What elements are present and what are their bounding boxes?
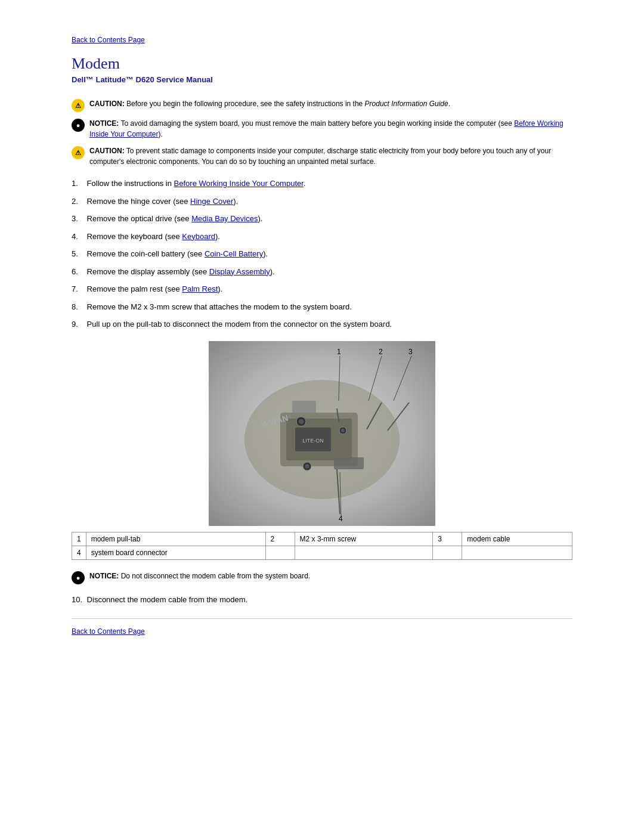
modem-diagram-image: LITE-ON WWAN 1	[209, 341, 435, 526]
product-subtitle: Dell™ Latitude™ D620 Service Manual	[72, 75, 572, 84]
page-header: Modem Dell™ Latitude™ D620 Service Manua…	[72, 55, 572, 84]
svg-text:4: 4	[339, 515, 343, 523]
step-3: 3. Remove the optical drive (see Media B…	[72, 213, 572, 225]
page-divider	[72, 618, 572, 619]
svg-point-10	[341, 429, 345, 432]
caution-icon-1: ⚠	[72, 99, 85, 112]
table-cell	[265, 546, 295, 559]
table-cell: modem pull-tab	[86, 532, 265, 546]
step-2: 2. Remove the hinge cover (see Hinge Cov…	[72, 196, 572, 208]
table-cell: 1	[72, 532, 86, 546]
table-row: 4 system board connector	[72, 546, 572, 559]
table-cell	[433, 546, 462, 559]
keyboard-link[interactable]: Keyboard	[182, 232, 215, 241]
table-row: 1 modem pull-tab 2 M2 x 3-mm screw 3 mod…	[72, 532, 572, 546]
step-4: 4. Remove the keyboard (see Keyboard).	[72, 231, 572, 243]
step-1: 1. Follow the instructions in Before Wor…	[72, 178, 572, 190]
svg-point-12	[305, 464, 309, 468]
svg-rect-13	[292, 401, 316, 413]
svg-text:3: 3	[408, 348, 413, 356]
back-link-bottom[interactable]: Back to Contents Page	[72, 627, 572, 636]
svg-point-8	[299, 419, 304, 424]
modem-diagram: LITE-ON WWAN 1	[72, 341, 572, 526]
table-cell: modem cable	[462, 532, 572, 546]
notice-bottom: ● NOTICE: Do not disconnect the modem ca…	[72, 571, 572, 584]
table-cell: system board connector	[86, 546, 265, 559]
palm-rest-link[interactable]: Palm Rest	[182, 284, 218, 293]
page-title: Modem	[72, 55, 572, 73]
table-cell: M2 x 3-mm screw	[295, 532, 433, 546]
step-10: 10. Disconnect the modem cable from the …	[72, 595, 572, 604]
table-cell: 2	[265, 532, 295, 546]
svg-text:1: 1	[337, 348, 341, 356]
step-8: 8. Remove the M2 x 3-mm screw that attac…	[72, 301, 572, 313]
media-bay-link[interactable]: Media Bay Devices	[191, 214, 258, 223]
display-assembly-link[interactable]: Display Assembly	[209, 267, 270, 276]
table-cell	[462, 546, 572, 559]
notice-1: ● NOTICE: To avoid damaging the system b…	[72, 118, 572, 140]
hinge-cover-link[interactable]: Hinge Cover	[190, 197, 233, 206]
notice-bottom-text: NOTICE: Do not disconnect the modem cabl…	[89, 571, 310, 581]
steps-list: 1. Follow the instructions in Before Wor…	[72, 178, 572, 330]
before-working-link-1[interactable]: Before Working Inside Your Computer	[89, 119, 564, 138]
step-6: 6. Remove the display assembly (see Disp…	[72, 266, 572, 278]
notice-1-text: NOTICE: To avoid damaging the system boa…	[89, 118, 572, 140]
table-cell: 3	[433, 532, 462, 546]
caution-1-text: CAUTION: Before you begin the following …	[89, 98, 450, 109]
table-cell	[295, 546, 433, 559]
caution-2: ⚠ CAUTION: To prevent static damage to c…	[72, 145, 572, 167]
svg-rect-14	[334, 457, 364, 469]
caution-1: ⚠ CAUTION: Before you begin the followin…	[72, 98, 572, 112]
notice-icon-2: ●	[72, 571, 85, 584]
step-9: 9. Pull up on the pull-tab to disconnect…	[72, 318, 572, 330]
coin-cell-link[interactable]: Coin-Cell Battery	[205, 249, 263, 258]
svg-text:2: 2	[379, 348, 383, 356]
caution-2-text: CAUTION: To prevent static damage to com…	[89, 145, 572, 167]
parts-table: 1 modem pull-tab 2 M2 x 3-mm screw 3 mod…	[72, 532, 572, 560]
before-working-link-2[interactable]: Before Working Inside Your Computer	[174, 179, 304, 188]
step-5: 5. Remove the coin-cell battery (see Coi…	[72, 248, 572, 260]
caution-icon-2: ⚠	[72, 146, 85, 159]
back-link-top[interactable]: Back to Contents Page	[72, 36, 572, 44]
notice-icon-1: ●	[72, 119, 85, 132]
table-cell: 4	[72, 546, 86, 559]
step-7: 7. Remove the palm rest (see Palm Rest).	[72, 283, 572, 295]
svg-text:LITE-ON: LITE-ON	[302, 438, 324, 444]
